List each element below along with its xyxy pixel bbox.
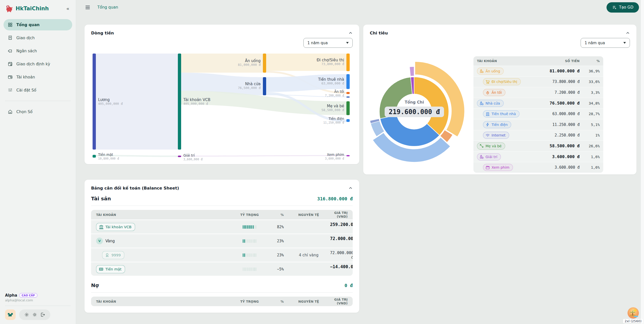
sidebar-item-home[interactable]: Chọn Số: [4, 106, 72, 117]
sankey-node-label: Xem phim: [327, 153, 344, 157]
sankey-node[interactable]: [346, 97, 350, 98]
category-pill[interactable]: Ăn uống: [477, 68, 504, 75]
lamp-icon: [486, 90, 490, 95]
table-row[interactable]: Nhà cửa76.500.000 đ34,8%: [473, 98, 603, 109]
sankey-flow[interactable]: [181, 155, 346, 157]
sankey-node-value: 7,200,000 đ: [325, 94, 344, 97]
table-row[interactable]: Tài khoản VCB82%259.200.000 đ: [91, 219, 353, 234]
percent-cell: 3,3%: [580, 90, 600, 95]
hamburger-menu-icon[interactable]: [85, 4, 91, 11]
sankey-node[interactable]: [178, 156, 181, 157]
building-icon: [486, 112, 490, 116]
category-pill[interactable]: Tiền điện: [483, 121, 511, 128]
sankey-node-label: Tài khoản VCB: [183, 98, 210, 102]
sankey-node-label: Ăn uống: [245, 58, 261, 63]
table-row[interactable]: Ăn uống81.000.000 đ36,9%: [473, 66, 603, 76]
account-cell[interactable]: VVàng: [96, 238, 232, 244]
avatar[interactable]: [5, 309, 16, 320]
table-row[interactable]: VVàng23%72.000.000 đ: [91, 234, 353, 248]
category-pill[interactable]: Xem phim: [483, 164, 513, 171]
sidebar-item-calendar[interactable]: Giao dịch định kỳ: [4, 58, 72, 70]
sankey-node-label: Giải trí: [183, 153, 195, 157]
category-label: Ăn uống: [486, 69, 500, 73]
table-row[interactable]: Giải trí3.600.000 đ1,6%: [473, 151, 603, 162]
table-row[interactable]: Tiền điện11.250.000 đ5,1%: [473, 119, 603, 130]
column-header: TỶ TRỌNG: [232, 300, 267, 303]
category-pill[interactable]: Nhà cửa: [477, 100, 504, 107]
sankey-node[interactable]: [93, 155, 96, 158]
spending-collapse-chevron-icon[interactable]: [626, 31, 630, 35]
debt-label: Nợ: [91, 282, 99, 288]
table-row[interactable]: Tiền mặt−5%−14.400.000 đ: [91, 262, 353, 276]
main-area: Tổng quan Tạo GD Dòng tiền 1 năm qua: [76, 0, 644, 324]
sankey-node[interactable]: [346, 74, 350, 89]
amount-cell: 76.500.000 đ: [533, 101, 580, 106]
sankey-node[interactable]: [93, 54, 96, 150]
cashflow-collapse-chevron-icon[interactable]: [348, 31, 353, 35]
sankey-node-value: 11,250,000 đ: [323, 121, 344, 124]
table-row[interactable]: Internet2.250.000 đ1%: [473, 130, 603, 141]
percent-cell: 34,8%: [580, 101, 600, 105]
category-pill[interactable]: Tiền thuê nhà: [483, 110, 519, 117]
sankey-node[interactable]: [346, 92, 350, 94]
logout-button[interactable]: [40, 312, 46, 318]
sidebar-item-piggy[interactable]: Ngân sách: [4, 45, 72, 57]
table-row[interactable]: Đi chợ/Siêu thị73.800.000 đ33,6%: [473, 76, 603, 87]
sankey-node[interactable]: [346, 101, 350, 115]
table-row[interactable]: 999923%4 chỉ vàng72.000.000 đ: [91, 248, 353, 262]
category-label: Tiền điện: [492, 123, 508, 127]
sankey-node-value: 10,800,000 đ: [98, 157, 119, 160]
category-pill[interactable]: Mẹ và bé: [477, 143, 505, 150]
sunburst-outer-arc[interactable]: [410, 67, 414, 76]
table-row[interactable]: Xem phim3.600.000 đ1,6%: [473, 162, 603, 173]
create-transaction-button[interactable]: Tạo GD: [607, 2, 639, 13]
sankey-node-value: 76,500,000 đ: [238, 86, 261, 90]
clapper-icon: [486, 165, 490, 170]
cashflow-period-select[interactable]: 1 năm qua: [303, 38, 353, 48]
table-row[interactable]: Mẹ và bé58.500.000 đ26,6%: [473, 141, 603, 151]
assets-value: 316.800.000 đ: [317, 196, 353, 201]
account-pill[interactable]: Tài khoản VCB: [96, 223, 135, 231]
category-pill[interactable]: Đi chợ/Siêu thị: [483, 78, 521, 85]
amount-cell: 3.600.000 đ: [533, 154, 580, 159]
spending-period-select[interactable]: 1 năm qua: [581, 38, 630, 48]
table-row[interactable]: Tiền thuê nhà63.000.000 đ28,7%: [473, 108, 603, 119]
balance-collapse-chevron-icon[interactable]: [348, 186, 353, 190]
sankey-node-value: 405,000,000 đ: [183, 102, 208, 106]
weight-bar: [232, 267, 267, 271]
sankey-node[interactable]: [346, 54, 350, 71]
amount-cell: 63.000.000 đ: [533, 112, 580, 116]
account-label: Tài khoản VCB: [105, 225, 132, 229]
sankey-node[interactable]: [178, 54, 181, 150]
sankey-node[interactable]: [346, 119, 350, 122]
theme-sun-button[interactable]: [32, 312, 38, 318]
sankey-node[interactable]: [263, 77, 266, 95]
settings-gear-button[interactable]: [24, 312, 30, 318]
scrollbar-track[interactable]: [640, 0, 644, 324]
balance-table-header: TÀI KHOẢNTỶ TRỌNG%NGUYÊN TỆGIÁ TRỊ (VND): [91, 210, 353, 219]
sidebar-collapse-button[interactable]: «: [65, 5, 71, 12]
category-label: Ăn tối: [492, 90, 502, 95]
sidebar-item-sliders[interactable]: Cài đặt Số: [4, 84, 72, 96]
table-row[interactable]: Ăn tối7.200.000 đ3,3%: [473, 87, 603, 98]
assets-table: TÀI KHOẢNTỶ TRỌNG%NGUYÊN TỆGIÁ TRỊ (VND)…: [91, 210, 353, 276]
sankey-node-label: Tiền thuê nhà: [318, 77, 344, 82]
shapes-icon: [479, 155, 484, 159]
sankey-node[interactable]: [346, 155, 350, 156]
home-icon: [8, 109, 13, 114]
list-plus-icon: [612, 5, 617, 10]
category-pill[interactable]: Internet: [483, 132, 509, 139]
percent-cell: 5,1%: [580, 123, 600, 127]
sidebar-item-wallet[interactable]: Tài khoản: [4, 71, 72, 83]
calendar-icon: [8, 61, 13, 67]
sidebar-item-grid[interactable]: Tổng quan: [4, 19, 72, 30]
category-pill[interactable]: Ăn tối: [483, 89, 505, 96]
breadcrumb[interactable]: Tổng quan: [97, 5, 118, 10]
account-pill[interactable]: 9999: [102, 251, 124, 259]
weight-bar: [232, 239, 267, 243]
sankey-node[interactable]: [263, 54, 266, 73]
category-pill[interactable]: Giải trí: [477, 153, 501, 160]
sidebar-item-receipt[interactable]: Giao dịch: [4, 32, 72, 43]
cashflow-sankey-chart: Lương405,000,000 đTiền mặt10,800,000 đTà…: [91, 51, 353, 162]
account-pill[interactable]: Tiền mặt: [96, 265, 125, 273]
